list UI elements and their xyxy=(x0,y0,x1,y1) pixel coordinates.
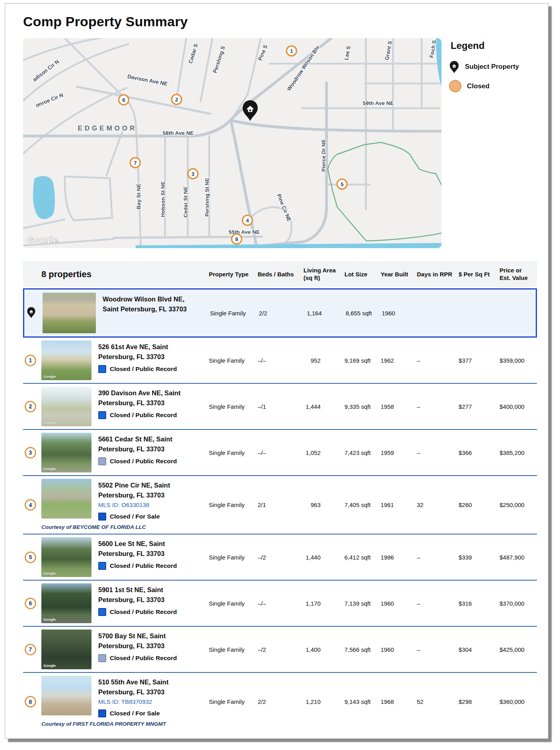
map-marker-2[interactable]: 2 xyxy=(172,95,182,105)
comp-marker-badge: 3 xyxy=(25,447,36,459)
google-watermark: Google xyxy=(43,467,56,471)
cell-beds-baths: –/– xyxy=(258,449,303,456)
cell-price: $385,200 xyxy=(500,449,537,456)
google-watermark: Google xyxy=(43,421,56,425)
comp-property-row-1: 1 Google 526 61st Ave NE, Saint Petersbu… xyxy=(23,338,537,384)
status-square-icon xyxy=(98,411,106,419)
map-marker-8[interactable]: 8 xyxy=(232,234,242,244)
comp-property-row-2: 2 Google 390 Davison Ave NE, Saint Peter… xyxy=(23,384,537,430)
cell-property-type: Single Family xyxy=(209,646,258,653)
property-photo xyxy=(41,479,91,519)
address-line2: Saint Petersburg, FL 33703 xyxy=(103,304,187,314)
cell-living-area: 1,400 xyxy=(303,646,344,653)
map-marker-6[interactable]: 6 xyxy=(119,95,129,105)
cell-year-built: 1968 xyxy=(381,698,417,705)
svg-text:8: 8 xyxy=(235,236,238,242)
status-line: Closed / For Sale xyxy=(98,709,169,717)
cell-price: $370,000 xyxy=(500,600,537,607)
cell-year-built: 1986 xyxy=(381,554,417,561)
mls-id: MLS ID: TB8370932 xyxy=(98,698,169,706)
table-body: Woodrow Wilson Blvd NE, Saint Petersburg… xyxy=(23,288,537,731)
status-label: Closed / Public Record xyxy=(110,458,177,465)
status-label: Closed / Public Record xyxy=(110,562,177,569)
property-photo: Google xyxy=(41,630,91,669)
courtesy-text: Courtesy of BEYCOME OF FLORIDA LLC xyxy=(41,524,209,530)
cell-days-in-rpr: – xyxy=(417,646,459,653)
cell-lot-size: 8,655 sqft xyxy=(346,310,382,317)
property-photo: Google xyxy=(41,387,91,426)
col-lot-size: Lot Size xyxy=(344,270,381,278)
comp-map[interactable]: adison Cir Nonroe Cir NDavison Ave NE58t… xyxy=(23,38,441,248)
address-line2: Petersburg, FL 33703 xyxy=(98,549,177,559)
table-header: 8 properties Property Type Beds / Baths … xyxy=(23,261,537,287)
legend-item-closed: Closed xyxy=(449,80,545,92)
comp-marker-badge: 5 xyxy=(25,552,36,563)
status-line: Closed / Public Record xyxy=(98,365,177,373)
cell-price-per-sqft: $277 xyxy=(459,403,500,410)
cell-beds-baths: –/1 xyxy=(258,403,303,410)
cell-price-per-sqft: $316 xyxy=(459,600,500,607)
cell-days-in-rpr: – xyxy=(417,449,459,456)
cell-price: $400,000 xyxy=(500,403,537,410)
cell-year-built: 1961 xyxy=(381,501,417,508)
address-line2: Petersburg, FL 33703 xyxy=(98,352,177,362)
cell-property-type: Single Family xyxy=(210,310,259,317)
address-line2: Petersburg, FL 33703 xyxy=(98,490,170,500)
street-label: Pierce Dr NE xyxy=(321,139,327,172)
map-marker-4[interactable]: 4 xyxy=(243,216,253,225)
cell-property-type: Single Family xyxy=(209,501,258,508)
cell-lot-size: 9,143 sqft xyxy=(344,698,381,705)
cell-price: $425,000 xyxy=(500,646,537,653)
cell-days-in-rpr: – xyxy=(417,600,459,607)
report-page: Comp Property Summary xyxy=(5,3,548,739)
status-line: Closed / Public Record xyxy=(98,411,181,419)
google-watermark: Google xyxy=(27,235,58,244)
subject-pin-icon xyxy=(27,306,36,319)
cell-price-per-sqft: $339 xyxy=(459,554,500,561)
google-watermark: Google xyxy=(43,618,56,622)
legend-item-subject: Subject Property xyxy=(449,60,545,74)
cell-living-area: 1,164 xyxy=(305,310,346,317)
map-legend: Legend Subject Property Closed xyxy=(446,40,545,99)
status-line: Closed / Public Record xyxy=(98,457,177,465)
legend-label-subject: Subject Property xyxy=(465,63,519,71)
address-line1: Woodrow Wilson Blvd NE, xyxy=(103,294,187,304)
address-line1: 510 55th Ave NE, Saint xyxy=(98,677,169,687)
comp-marker-badge: 7 xyxy=(25,644,36,655)
street-label: 59th Ave NE xyxy=(363,100,394,106)
legend-heading: Legend xyxy=(451,40,545,51)
cell-beds-baths: –/– xyxy=(258,600,303,607)
cell-year-built: 1958 xyxy=(381,403,417,410)
svg-text:2: 2 xyxy=(175,97,178,103)
property-photo xyxy=(43,293,96,333)
status-line: Closed / Public Record xyxy=(98,562,177,570)
map-marker-1[interactable]: 1 xyxy=(287,46,297,56)
comp-marker-badge: 8 xyxy=(25,696,36,707)
map-marker-5[interactable]: 5 xyxy=(337,179,347,189)
comp-property-row-5: 5 Google 5600 Lee St NE, Saint Petersbur… xyxy=(23,534,537,581)
cell-beds-baths: –/2 xyxy=(258,646,303,653)
street-label: Bay St NE xyxy=(136,184,142,210)
subject-pin-icon xyxy=(449,60,459,74)
cell-living-area: 963 xyxy=(303,501,344,508)
cell-lot-size: 7,423 sqft xyxy=(344,449,381,456)
address-line1: 5600 Lee St NE, Saint xyxy=(98,539,177,549)
status-square-icon xyxy=(98,608,106,616)
comp-marker-badge: 6 xyxy=(25,598,36,609)
svg-text:1: 1 xyxy=(290,48,293,54)
cell-year-built: 1962 xyxy=(381,357,417,364)
cell-year-built: 1960 xyxy=(381,600,417,607)
map-marker-7[interactable]: 7 xyxy=(130,158,140,168)
cell-living-area: 1,440 xyxy=(303,554,344,561)
cell-lot-size: 7,566 sqft xyxy=(344,646,381,653)
google-watermark: Google xyxy=(43,571,56,575)
map-marker-3[interactable]: 3 xyxy=(188,169,198,179)
comp-property-row-6: 6 Google 5901 1st St NE, Saint Petersbur… xyxy=(23,581,537,627)
street-label: Hobson St NE xyxy=(160,181,166,217)
cell-price: $360,000 xyxy=(500,698,537,705)
street-label: 58th Ave NE xyxy=(163,130,194,136)
address-line2: Petersburg, FL 33703 xyxy=(98,641,177,651)
svg-text:5: 5 xyxy=(340,181,343,187)
status-line: Closed / Public Record xyxy=(98,654,177,662)
property-count: 8 properties xyxy=(41,270,209,278)
